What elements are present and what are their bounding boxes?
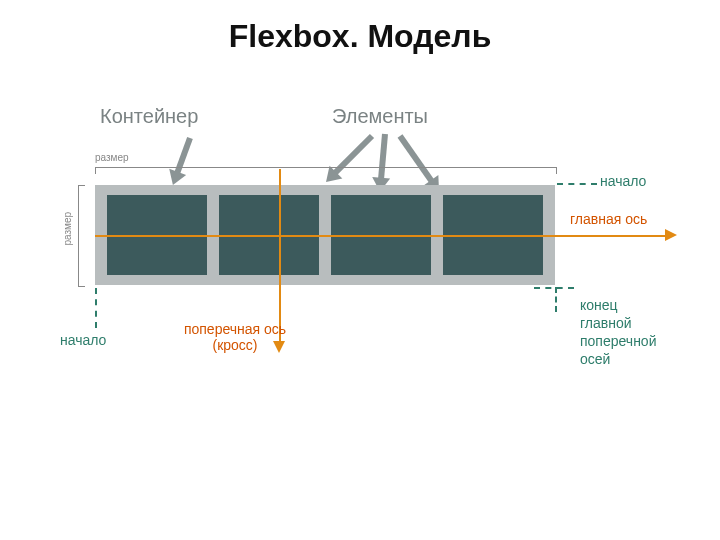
cross-axis-label-2: (кросс) xyxy=(160,337,310,353)
cross-axis-label-1: поперечная ось xyxy=(160,321,310,337)
main-axis-arrow-icon xyxy=(665,229,677,241)
main-start-marker xyxy=(557,183,597,185)
cross-start-marker xyxy=(95,288,97,328)
arrow-icon xyxy=(398,134,436,185)
elements-label: Элементы xyxy=(332,105,428,128)
main-size-label: размер xyxy=(95,152,129,163)
container-label: Контейнер xyxy=(100,105,198,128)
end-marker-v xyxy=(555,287,557,312)
end-label-3: поперечной xyxy=(580,333,656,351)
main-start-label: начало xyxy=(600,173,646,189)
cross-size-bracket xyxy=(78,185,85,287)
end-label-4: осей xyxy=(580,351,610,369)
end-label-2: главной xyxy=(580,315,632,333)
page-title: Flexbox. Модель xyxy=(0,18,720,55)
end-label-1: конец xyxy=(580,297,618,315)
cross-size-label: размер xyxy=(62,212,73,246)
main-axis-label: главная ось xyxy=(570,211,647,227)
cross-axis-line xyxy=(279,169,281,344)
end-marker-h xyxy=(534,287,574,289)
arrow-icon xyxy=(378,134,388,182)
main-size-bracket xyxy=(95,167,557,174)
cross-start-label: начало xyxy=(60,332,106,348)
main-axis-line xyxy=(95,235,665,237)
diagram-canvas: Контейнер Элементы размер размер главная… xyxy=(40,105,680,435)
